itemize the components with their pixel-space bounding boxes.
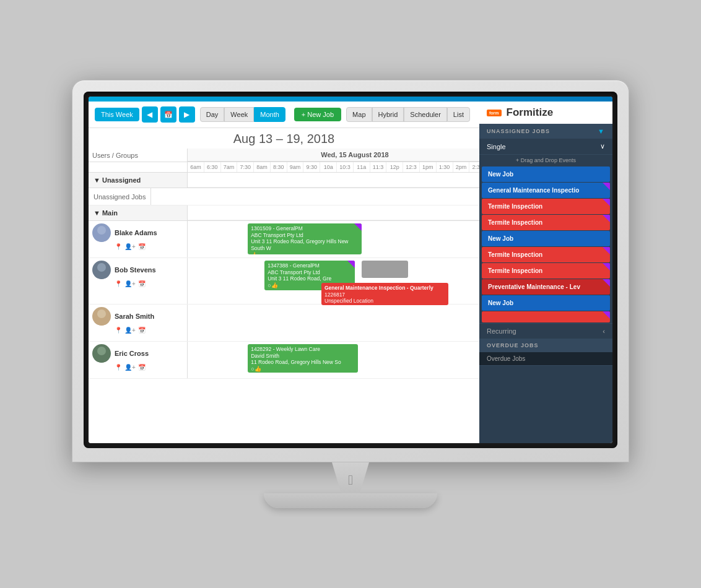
recurring-section[interactable]: Recurring ‹: [479, 323, 612, 339]
time-1030: 10:3: [337, 162, 354, 172]
add-icon-eric: 👤+: [124, 364, 136, 371]
time-2pm: 2pm: [453, 162, 470, 172]
overdue-section-header: OVERDUE JOBS: [479, 339, 612, 352]
map-button[interactable]: Map: [346, 107, 372, 122]
event-blake-1[interactable]: 1301509 - GeneralPMABC Transport Pty Ltd…: [248, 223, 362, 254]
calendar-area: This Week ◀ 📅 ▶ Day Week Month + New Job: [89, 102, 479, 443]
sidebar-job-termite-3-label: Termite Inspection: [488, 251, 542, 258]
time-labels: 6am 6:30 7am 7:30 8am 8:30 9am 9:30 10a: [188, 162, 479, 172]
user-name-bob-text: Bob Stevens: [115, 266, 156, 274]
cal-button[interactable]: 📅: [160, 106, 176, 123]
cal-icon-blake: 📅: [138, 243, 146, 250]
time-730: 7:30: [237, 162, 254, 172]
date-range-header: Aug 13 – 19, 2018: [89, 128, 479, 149]
user-info-eric: Eric Cross 📍 👤+ 📅: [89, 342, 188, 378]
extra-view-group: Map Hybrid Scheduler List: [346, 107, 470, 122]
sidebar-job-flag-2: [603, 199, 610, 206]
time-130: 1:30: [437, 162, 453, 172]
monitor-wrapper: This Week ◀ 📅 ▶ Day Week Month + New Job: [72, 80, 629, 508]
sidebar-job-flag-6: [603, 279, 610, 287]
sidebar-job-new-job-1[interactable]: New Job: [482, 166, 610, 182]
new-job-button[interactable]: + New Job: [294, 108, 341, 121]
main-label[interactable]: ▼ Main: [89, 205, 188, 220]
svg-point-3: [94, 272, 109, 279]
time-6am: 6am: [188, 162, 204, 172]
svg-point-6: [97, 347, 106, 355]
time-230: 2:30: [469, 162, 479, 172]
avatar-sarah: [92, 307, 111, 326]
user-info-bob: Bob Stevens 📍 👤+ 📅: [89, 258, 188, 304]
calendar-toolbar: This Week ◀ 📅 ▶ Day Week Month + New Job: [89, 102, 479, 128]
this-week-button[interactable]: This Week: [95, 108, 139, 121]
add-icon-blake: 👤+: [124, 243, 136, 250]
event-eric-1[interactable]: 1428292 - Weekly Lawn CareDavid Smith11 …: [248, 344, 358, 373]
event-bob-red[interactable]: General Maintenance Inspection - Quarter…: [321, 283, 448, 305]
user-cell-sarah[interactable]: [188, 305, 479, 341]
dropdown-chevron-icon: ∨: [600, 142, 605, 150]
avatar-bob: [92, 261, 111, 279]
monitor-base: [264, 493, 437, 508]
sidebar-job-flag-1: [603, 183, 610, 190]
day-header: Wed, 15 August 2018: [188, 149, 479, 162]
monitor-neck: : [320, 462, 381, 493]
overdue-jobs-label[interactable]: Overdue Jobs: [479, 352, 612, 366]
svg-point-1: [94, 235, 109, 242]
event-flag-blake-1: [354, 223, 362, 231]
sidebar-job-termite-2[interactable]: Termite Inspection: [482, 215, 610, 230]
unassigned-jobs-section-label: UNASSIGNED JOBS: [487, 128, 550, 134]
hybrid-button[interactable]: Hybrid: [372, 107, 404, 122]
time-930: 9:30: [303, 162, 320, 172]
user-icons-eric: 📍 👤+ 📅: [92, 364, 183, 371]
avatar-eric: [92, 344, 111, 363]
time-7am: 7am: [221, 162, 238, 172]
sidebar-job-new-job-2[interactable]: New Job: [482, 231, 610, 246]
user-icons-blake: 📍 👤+ 📅: [92, 243, 183, 250]
sidebar-job-flag-7: [603, 311, 610, 319]
day-view-button[interactable]: Day: [200, 107, 225, 122]
sidebar: form Formitize UNASSIGNED JOBS ▼ Single …: [479, 102, 612, 443]
week-view-button[interactable]: Week: [224, 107, 254, 122]
apple-logo: : [348, 472, 353, 488]
recurring-label: Recurring: [487, 327, 516, 335]
user-cell-bob[interactable]: 1347388 - GeneralPMABC Transport Pty Ltd…: [188, 258, 479, 304]
filter-icon[interactable]: ▼: [598, 128, 605, 135]
user-info-sarah: Sarah Smith 📍 👤+ 📅: [89, 305, 188, 341]
sidebar-job-preventative[interactable]: Preventative Maintenance - Lev: [482, 279, 610, 295]
sidebar-job-termite-4[interactable]: Termite Inspection: [482, 263, 610, 279]
time-630: 6:30: [204, 162, 221, 172]
user-cell-eric[interactable]: 1428292 - Weekly Lawn CareDavid Smith11 …: [188, 342, 479, 378]
svg-point-7: [94, 355, 109, 363]
calendar-grid-wrapper[interactable]: Users / Groups Wed, 15 August 2018 6am 6…: [89, 149, 479, 443]
time-11a: 11a: [354, 162, 370, 172]
user-row-blake: Blake Adams 📍 👤+ 📅: [89, 221, 479, 258]
view-group: Day Week Month: [200, 107, 285, 122]
app-title: Formitize: [507, 106, 554, 119]
list-button[interactable]: List: [447, 107, 470, 122]
user-name-line-sarah: Sarah Smith: [92, 307, 183, 326]
user-row-sarah: Sarah Smith 📍 👤+ 📅: [89, 305, 479, 342]
dropdown-label: Single: [487, 143, 506, 150]
calendar-grid: Users / Groups Wed, 15 August 2018 6am 6…: [89, 149, 479, 379]
unassigned-label[interactable]: ▼ Unassigned: [89, 173, 188, 188]
sidebar-dropdown[interactable]: Single ∨: [479, 139, 612, 155]
prev-button[interactable]: ◀: [142, 106, 158, 123]
sidebar-job-termite-4-label: Termite Inspection: [488, 267, 542, 274]
logo-badge: form: [487, 110, 502, 116]
sidebar-job-partial[interactable]: [482, 311, 610, 322]
sidebar-job-termite-1[interactable]: Termite Inspection: [482, 199, 610, 214]
month-view-button[interactable]: Month: [254, 107, 285, 122]
add-icon-sarah: 👤+: [124, 327, 136, 334]
grid-header-row: Users / Groups Wed, 15 August 2018: [89, 149, 479, 162]
main-section-content: [188, 205, 479, 220]
user-cell-blake[interactable]: 1301509 - GeneralPMABC Transport Pty Ltd…: [188, 221, 479, 257]
sidebar-job-general-maint[interactable]: General Maintenance Inspectio: [482, 183, 610, 198]
cal-icon-bob: 📅: [138, 280, 146, 287]
next-button[interactable]: ▶: [179, 106, 195, 123]
scheduler-button[interactable]: Scheduler: [404, 107, 447, 122]
cal-icon-eric: 📅: [138, 364, 146, 371]
event-bob-gray[interactable]: [362, 261, 409, 278]
sidebar-job-new-job-3[interactable]: New Job: [482, 295, 610, 311]
event-flag-bob-1: [347, 261, 355, 268]
sidebar-job-termite-3[interactable]: Termite Inspection: [482, 247, 610, 262]
sidebar-header: form Formitize: [479, 102, 612, 124]
